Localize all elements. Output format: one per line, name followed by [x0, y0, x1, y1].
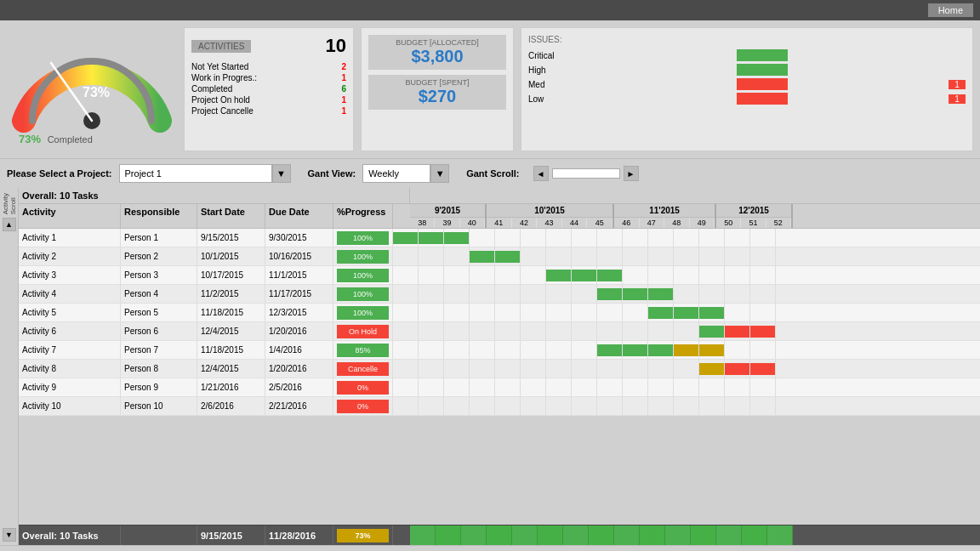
w42-t2: [495, 247, 521, 265]
task-timeline-5: [393, 304, 980, 321]
timeline-month-headers: 9'2015 38 39 40 10'2015 41 42 43 44: [410, 204, 980, 228]
w51-t3: [725, 266, 750, 284]
task-activity-4: Activity 4: [19, 285, 121, 303]
budget-panel: BUDGET [ALLOCATED] $3,800 BUDGET [SPENT]…: [361, 27, 514, 151]
w38-t9: [393, 378, 419, 396]
scroll-left-btn[interactable]: ◄: [533, 166, 549, 181]
task-due-5: 12/3/2015: [265, 304, 333, 321]
w45-t10: [572, 397, 597, 415]
w46-t2: [597, 247, 623, 265]
w48-t2: [648, 247, 674, 265]
w42-t7: [495, 341, 521, 359]
gant-view-input[interactable]: [362, 164, 430, 183]
w47-t7: [623, 341, 648, 359]
w39-t3: [419, 266, 444, 284]
activity-scroll-down[interactable]: ▼: [3, 528, 16, 542]
task-timeline-2: [393, 247, 980, 265]
gantt-main: Overall: 10 Tasks Activity Responsible S…: [19, 188, 980, 545]
activity-row-4: Project On hold 1: [191, 95, 346, 105]
task-row-10: Activity 10 Person 10 2/6/2016 2/21/2016…: [19, 397, 980, 416]
w47-t8: [623, 360, 648, 378]
w51-t7: [725, 341, 750, 359]
project-input[interactable]: [119, 164, 272, 183]
w44-t8: [546, 360, 572, 378]
w49-t7: [674, 341, 699, 359]
w44-t2: [546, 247, 572, 265]
task-row-7: Activity 7 Person 7 11/18/2015 1/4/2016 …: [19, 341, 980, 360]
w50-t2: [699, 247, 725, 265]
w50-t7: [699, 341, 725, 359]
w42-t5: [495, 304, 521, 321]
w40-t10: [444, 397, 470, 415]
project-select[interactable]: ▼: [119, 164, 291, 183]
w43-t1: [521, 229, 546, 247]
task-due-7: 1/4/2016: [265, 341, 333, 359]
w45-t7: [572, 341, 597, 359]
week-43: 43: [537, 218, 562, 228]
gant-view-dropdown-btn[interactable]: ▼: [430, 164, 449, 183]
w49-t8: [674, 360, 699, 378]
gant-view-label: Gant View:: [308, 168, 356, 179]
w49-t2: [674, 247, 699, 265]
w52-t2: [750, 247, 776, 265]
w41-t6: [470, 322, 495, 340]
task-row-6: Activity 6 Person 6 12/4/2015 1/20/2016 …: [19, 322, 980, 341]
w51-t6: [725, 322, 750, 340]
task-due-4: 11/17/2015: [265, 285, 333, 303]
w48-t8: [648, 360, 674, 378]
w51-t4: [725, 285, 750, 303]
task-activity-3: Activity 3: [19, 266, 121, 284]
task-timeline-4: [393, 285, 980, 303]
task-timeline-7: [393, 341, 980, 359]
footer-due: 11/28/2016: [265, 525, 333, 545]
month-label-nov2015: 11'2015: [614, 204, 715, 218]
activity-scroll-up[interactable]: ▲: [3, 218, 16, 231]
home-button[interactable]: Home: [928, 3, 973, 17]
activity-scroll-text: ActivityScroll: [2, 193, 17, 214]
fw52: [767, 525, 793, 545]
task-resp-8: Person 8: [121, 360, 197, 378]
w47-t4: [623, 285, 648, 303]
w43-t4: [521, 285, 546, 303]
project-dropdown-btn[interactable]: ▼: [272, 164, 291, 183]
fw45: [589, 525, 614, 545]
task-timeline-8: [393, 360, 980, 378]
w52-t9: [750, 378, 776, 396]
week-labels-sep2015: 38 39 40: [410, 218, 485, 228]
w41-t8: [470, 360, 495, 378]
w45-t9: [572, 378, 597, 396]
task-prog-4: 100%: [333, 285, 393, 303]
w46-t9: [597, 378, 623, 396]
budget-allocated-box: BUDGET [ALLOCATED] $3,800: [368, 35, 506, 70]
task-prog-3: 100%: [333, 266, 393, 284]
scroll-track[interactable]: [552, 168, 620, 179]
w47-t10: [623, 397, 648, 415]
w38-t8: [393, 360, 419, 378]
w41-t3: [470, 266, 495, 284]
w49-t5: [674, 304, 699, 321]
gant-view-select[interactable]: ▼: [362, 164, 449, 183]
footer-activity: Overall: 10 Tasks: [19, 525, 121, 545]
w50-t3: [699, 266, 725, 284]
w41-t1: [470, 229, 495, 247]
activity-row-2: Work in Progres.: 1: [191, 73, 346, 82]
task-activity-2: Activity 2: [19, 247, 121, 265]
w39-t4: [419, 285, 444, 303]
w50-t10: [699, 397, 725, 415]
scroll-right-btn[interactable]: ►: [624, 166, 639, 181]
task-timeline-3: [393, 266, 980, 284]
w44-t9: [546, 378, 572, 396]
w48-t1: [648, 229, 674, 247]
w42-t1: [495, 229, 521, 247]
w42-t3: [495, 266, 521, 284]
w43-t3: [521, 266, 546, 284]
task-due-6: 1/20/2016: [265, 322, 333, 340]
w46-t7: [597, 341, 623, 359]
task-resp-9: Person 9: [121, 378, 197, 396]
task-timeline-10: [393, 397, 980, 415]
week-38: 38: [410, 218, 435, 228]
w40-t5: [444, 304, 470, 321]
task-activity-5: Activity 5: [19, 304, 121, 321]
task-row-5: Activity 5 Person 5 11/18/2015 12/3/2015…: [19, 304, 980, 322]
footer-prog: 73%: [333, 525, 393, 545]
